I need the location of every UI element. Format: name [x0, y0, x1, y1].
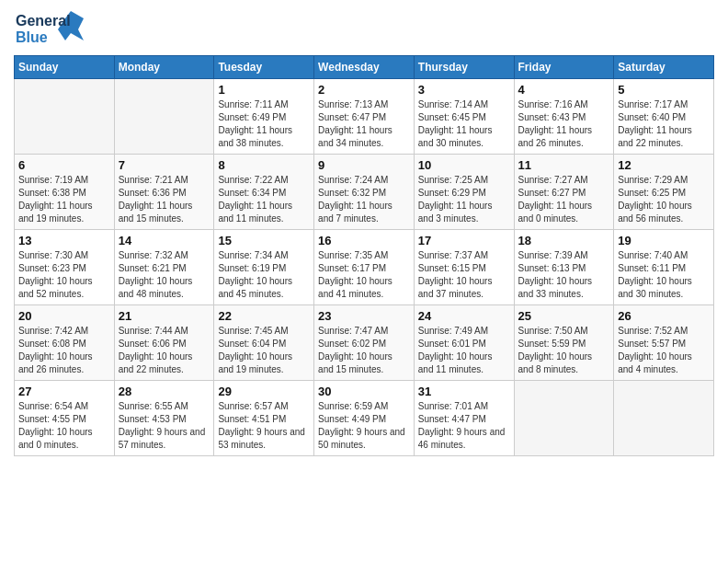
calendar-cell: 1Sunrise: 7:11 AMSunset: 6:49 PMDaylight… [214, 79, 314, 155]
day-number: 13 [18, 234, 110, 247]
day-number: 25 [518, 309, 610, 323]
day-number: 1 [218, 83, 310, 97]
weekday-header-friday: Friday [514, 56, 614, 79]
calendar-cell: 19Sunrise: 7:40 AMSunset: 6:11 PMDayligh… [614, 230, 714, 305]
day-number: 23 [318, 309, 410, 323]
weekday-header-wednesday: Wednesday [314, 56, 415, 79]
day-info: Sunrise: 7:17 AMSunset: 6:40 PMDaylight:… [618, 98, 710, 150]
day-number: 3 [418, 83, 510, 97]
day-number: 4 [518, 83, 610, 97]
calendar-cell: 22Sunrise: 7:45 AMSunset: 6:04 PMDayligh… [214, 305, 314, 381]
calendar-cell: 7Sunrise: 7:21 AMSunset: 6:36 PMDaylight… [114, 155, 214, 230]
day-info: Sunrise: 6:54 AMSunset: 4:55 PMDaylight:… [18, 400, 110, 452]
day-info: Sunrise: 7:49 AMSunset: 6:01 PMDaylight:… [418, 325, 510, 376]
calendar-cell: 3Sunrise: 7:14 AMSunset: 6:45 PMDaylight… [414, 79, 514, 155]
calendar-cell: 10Sunrise: 7:25 AMSunset: 6:29 PMDayligh… [414, 155, 514, 230]
day-number: 22 [218, 309, 310, 323]
day-number: 26 [618, 309, 710, 323]
calendar-cell: 5Sunrise: 7:17 AMSunset: 6:40 PMDaylight… [614, 79, 714, 155]
svg-text:Blue: Blue [16, 29, 48, 45]
day-number: 9 [318, 158, 410, 172]
day-info: Sunrise: 7:29 AMSunset: 6:25 PMDaylight:… [618, 174, 710, 225]
day-number: 31 [418, 385, 510, 398]
day-info: Sunrise: 7:30 AMSunset: 6:23 PMDaylight:… [18, 249, 110, 301]
calendar-table: SundayMondayTuesdayWednesdayThursdayFrid… [14, 55, 714, 456]
day-info: Sunrise: 7:14 AMSunset: 6:45 PMDaylight:… [418, 98, 510, 150]
calendar-cell: 11Sunrise: 7:27 AMSunset: 6:27 PMDayligh… [514, 155, 614, 230]
day-number: 27 [18, 385, 110, 398]
week-row-3: 13Sunrise: 7:30 AMSunset: 6:23 PMDayligh… [15, 230, 714, 305]
page-header: GeneralBlue [14, 9, 714, 50]
calendar-cell: 31Sunrise: 7:01 AMSunset: 4:47 PMDayligh… [414, 381, 514, 456]
svg-text:General: General [16, 13, 71, 29]
calendar-cell: 13Sunrise: 7:30 AMSunset: 6:23 PMDayligh… [15, 230, 115, 305]
calendar-cell: 9Sunrise: 7:24 AMSunset: 6:32 PMDaylight… [314, 155, 415, 230]
day-number: 20 [18, 309, 110, 323]
calendar-cell: 8Sunrise: 7:22 AMSunset: 6:34 PMDaylight… [214, 155, 314, 230]
day-info: Sunrise: 7:47 AMSunset: 6:02 PMDaylight:… [318, 325, 410, 376]
day-number: 12 [618, 158, 710, 172]
day-info: Sunrise: 7:19 AMSunset: 6:38 PMDaylight:… [18, 174, 110, 225]
weekday-header-row: SundayMondayTuesdayWednesdayThursdayFrid… [15, 56, 714, 79]
calendar-cell [114, 79, 214, 155]
calendar-cell: 25Sunrise: 7:50 AMSunset: 5:59 PMDayligh… [514, 305, 614, 381]
day-number: 28 [119, 385, 210, 398]
day-number: 30 [318, 385, 410, 398]
day-info: Sunrise: 7:35 AMSunset: 6:17 PMDaylight:… [318, 249, 410, 301]
calendar-cell: 14Sunrise: 7:32 AMSunset: 6:21 PMDayligh… [114, 230, 214, 305]
day-info: Sunrise: 6:57 AMSunset: 4:51 PMDaylight:… [218, 400, 310, 452]
calendar-cell: 29Sunrise: 6:57 AMSunset: 4:51 PMDayligh… [214, 381, 314, 456]
day-info: Sunrise: 7:40 AMSunset: 6:11 PMDaylight:… [618, 249, 710, 301]
logo: GeneralBlue [14, 9, 87, 50]
day-info: Sunrise: 7:44 AMSunset: 6:06 PMDaylight:… [119, 325, 210, 376]
calendar-cell: 20Sunrise: 7:42 AMSunset: 6:08 PMDayligh… [15, 305, 115, 381]
day-number: 8 [218, 158, 310, 172]
logo-svg: GeneralBlue [14, 9, 87, 50]
calendar-cell: 17Sunrise: 7:37 AMSunset: 6:15 PMDayligh… [414, 230, 514, 305]
day-number: 19 [618, 234, 710, 247]
day-number: 10 [418, 158, 510, 172]
day-number: 15 [218, 234, 310, 247]
calendar-cell: 30Sunrise: 6:59 AMSunset: 4:49 PMDayligh… [314, 381, 415, 456]
calendar-cell: 15Sunrise: 7:34 AMSunset: 6:19 PMDayligh… [214, 230, 314, 305]
week-row-4: 20Sunrise: 7:42 AMSunset: 6:08 PMDayligh… [15, 305, 714, 381]
day-info: Sunrise: 7:21 AMSunset: 6:36 PMDaylight:… [119, 174, 210, 225]
calendar-cell: 28Sunrise: 6:55 AMSunset: 4:53 PMDayligh… [114, 381, 214, 456]
day-number: 2 [318, 83, 410, 97]
calendar-cell: 24Sunrise: 7:49 AMSunset: 6:01 PMDayligh… [414, 305, 514, 381]
calendar-cell [614, 381, 714, 456]
day-number: 17 [418, 234, 510, 247]
week-row-5: 27Sunrise: 6:54 AMSunset: 4:55 PMDayligh… [15, 381, 714, 456]
calendar-cell: 4Sunrise: 7:16 AMSunset: 6:43 PMDaylight… [514, 79, 614, 155]
day-info: Sunrise: 6:55 AMSunset: 4:53 PMDaylight:… [119, 400, 210, 452]
calendar-cell: 26Sunrise: 7:52 AMSunset: 5:57 PMDayligh… [614, 305, 714, 381]
calendar-cell: 6Sunrise: 7:19 AMSunset: 6:38 PMDaylight… [15, 155, 115, 230]
day-number: 21 [119, 309, 210, 323]
calendar-cell: 21Sunrise: 7:44 AMSunset: 6:06 PMDayligh… [114, 305, 214, 381]
day-info: Sunrise: 7:37 AMSunset: 6:15 PMDaylight:… [418, 249, 510, 301]
day-info: Sunrise: 7:25 AMSunset: 6:29 PMDaylight:… [418, 174, 510, 225]
day-number: 6 [18, 158, 110, 172]
day-info: Sunrise: 7:24 AMSunset: 6:32 PMDaylight:… [318, 174, 410, 225]
calendar-cell: 18Sunrise: 7:39 AMSunset: 6:13 PMDayligh… [514, 230, 614, 305]
day-number: 18 [518, 234, 610, 247]
day-info: Sunrise: 6:59 AMSunset: 4:49 PMDaylight:… [318, 400, 410, 452]
weekday-header-tuesday: Tuesday [214, 56, 314, 79]
week-row-2: 6Sunrise: 7:19 AMSunset: 6:38 PMDaylight… [15, 155, 714, 230]
week-row-1: 1Sunrise: 7:11 AMSunset: 6:49 PMDaylight… [15, 79, 714, 155]
calendar-cell [15, 79, 115, 155]
calendar-cell: 23Sunrise: 7:47 AMSunset: 6:02 PMDayligh… [314, 305, 415, 381]
day-info: Sunrise: 7:16 AMSunset: 6:43 PMDaylight:… [518, 98, 610, 150]
calendar-cell: 27Sunrise: 6:54 AMSunset: 4:55 PMDayligh… [15, 381, 115, 456]
weekday-header-sunday: Sunday [15, 56, 115, 79]
calendar-cell: 2Sunrise: 7:13 AMSunset: 6:47 PMDaylight… [314, 79, 415, 155]
calendar-cell: 16Sunrise: 7:35 AMSunset: 6:17 PMDayligh… [314, 230, 415, 305]
day-number: 5 [618, 83, 710, 97]
day-info: Sunrise: 7:01 AMSunset: 4:47 PMDaylight:… [418, 400, 510, 452]
weekday-header-saturday: Saturday [614, 56, 714, 79]
calendar-cell [514, 381, 614, 456]
calendar-cell: 12Sunrise: 7:29 AMSunset: 6:25 PMDayligh… [614, 155, 714, 230]
day-info: Sunrise: 7:45 AMSunset: 6:04 PMDaylight:… [218, 325, 310, 376]
weekday-header-thursday: Thursday [414, 56, 514, 79]
weekday-header-monday: Monday [114, 56, 214, 79]
